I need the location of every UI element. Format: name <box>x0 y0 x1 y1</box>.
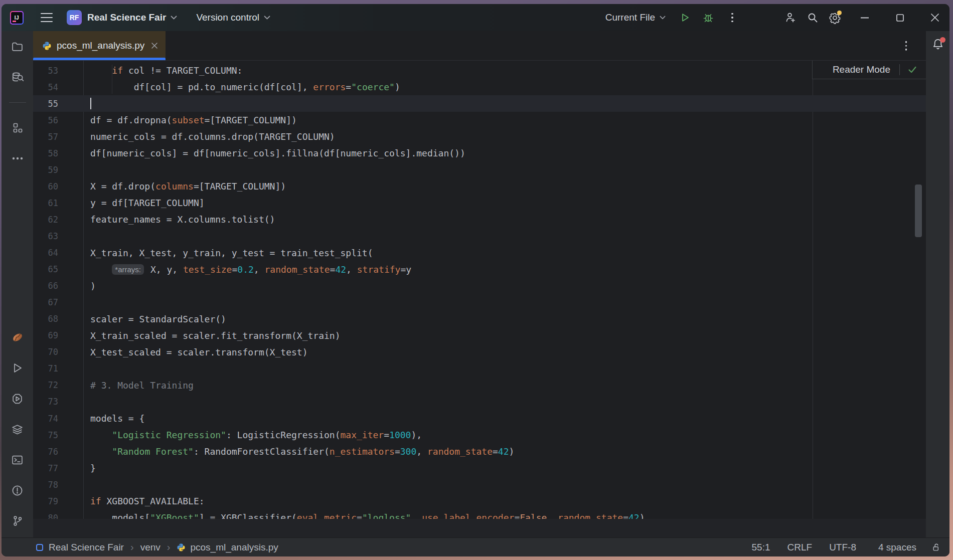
code-line[interactable]: 78 <box>33 476 926 493</box>
code-line[interactable]: 58df[numeric_cols] = df[numeric_cols].fi… <box>33 145 926 161</box>
code-line[interactable]: 60X = df.drop(columns=[TARGET_COLUMN]) <box>33 178 926 195</box>
code-text: if col != TARGET_COLUMN: <box>90 65 242 76</box>
structure-icon[interactable] <box>11 121 24 134</box>
code-line[interactable]: 67 <box>33 294 926 311</box>
code-with-me-button[interactable] <box>783 10 798 25</box>
code-text: X_train, X_test, y_train, y_test = train… <box>90 248 373 258</box>
coffee-bean-plugin-icon[interactable] <box>11 331 24 344</box>
code-rows: 53 if col != TARGET_COLUMN:54 df[col] = … <box>33 61 926 519</box>
line-number: 58 <box>33 148 58 158</box>
code-line[interactable]: 61y = df[TARGET_COLUMN] <box>33 195 926 211</box>
more-actions-button[interactable] <box>725 10 740 25</box>
line-number: 62 <box>33 215 58 225</box>
line-number: 65 <box>33 264 58 274</box>
breadcrumb-separator: › <box>167 541 171 553</box>
app-logo-icon[interactable]: IJ <box>10 11 24 25</box>
run-configuration-selector[interactable]: Current File <box>605 12 655 23</box>
python-packages-layers-icon[interactable] <box>11 423 24 436</box>
code-line[interactable]: 71 <box>33 360 926 377</box>
desktop: IJ RF Real Science Fair Version control … <box>0 0 953 560</box>
more-tool-windows-icon[interactable] <box>11 152 24 165</box>
code-line[interactable]: 73 <box>33 394 926 410</box>
line-number: 69 <box>33 330 58 340</box>
code-text: scaler = StandardScaler() <box>90 314 226 324</box>
problems-icon[interactable] <box>11 484 24 497</box>
settings-button[interactable] <box>827 10 842 25</box>
code-line[interactable]: 68scaler = StandardScaler() <box>33 311 926 327</box>
code-line[interactable]: 53 if col != TARGET_COLUMN: <box>33 62 926 79</box>
terminal-icon[interactable] <box>11 453 24 466</box>
unlocked-padlock-icon[interactable] <box>931 542 941 552</box>
line-number: 73 <box>33 397 58 407</box>
line-number: 57 <box>33 132 58 142</box>
run-tool-window-icon[interactable] <box>11 361 24 375</box>
notifications-bell-icon[interactable] <box>931 38 944 51</box>
project-badge[interactable]: RF <box>67 10 82 25</box>
project-selector[interactable]: Real Science Fair <box>87 12 166 23</box>
code-text: } <box>90 463 96 473</box>
ide-window: IJ RF Real Science Fair Version control … <box>2 4 949 556</box>
tab-pcos-ml-analysis[interactable]: pcos_ml_analysis.py <box>33 31 166 60</box>
inspections-ok-check-icon[interactable] <box>907 64 918 75</box>
tab-label: pcos_ml_analysis.py <box>57 40 144 51</box>
code-line[interactable]: 72# 3. Model Training <box>33 377 926 394</box>
minimize-button[interactable] <box>857 10 872 25</box>
code-line[interactable]: 80 models["XGBoost"] = XGBClassifier(eva… <box>33 509 926 519</box>
breadcrumb-venv[interactable]: venv <box>140 542 161 553</box>
code-line[interactable]: 79if XGBOOST_AVAILABLE: <box>33 493 926 509</box>
code-line[interactable]: 70X_test_scaled = scaler.transform(X_tes… <box>33 344 926 360</box>
code-line[interactable]: 59 <box>33 161 926 178</box>
vcs-menu[interactable]: Version control <box>196 12 259 23</box>
main-menu-button[interactable] <box>41 13 53 22</box>
indent-widget[interactable]: 4 spaces <box>878 542 916 553</box>
code-line[interactable]: 56df = df.dropna(subset=[TARGET_COLUMN]) <box>33 112 926 128</box>
left-tool-stripe <box>2 31 33 537</box>
code-line[interactable]: 64X_train, X_test, y_train, y_test = tra… <box>33 245 926 261</box>
search-everywhere-button[interactable] <box>805 10 820 25</box>
line-number: 59 <box>33 165 58 175</box>
caret-position-widget[interactable]: 55:1 <box>752 542 770 553</box>
line-separator-widget[interactable]: CRLF <box>787 542 813 553</box>
code-line[interactable]: 57numeric_cols = df.columns.drop(TARGET_… <box>33 128 926 145</box>
debug-button[interactable] <box>701 10 716 25</box>
code-line[interactable]: 63 <box>33 228 926 244</box>
services-icon[interactable] <box>11 392 24 405</box>
line-number: 77 <box>33 463 58 473</box>
code-editor[interactable]: 53 if col != TARGET_COLUMN:54 df[col] = … <box>33 61 926 519</box>
search-stack-icon[interactable] <box>11 71 24 84</box>
kebab-icon <box>731 13 733 23</box>
code-line[interactable]: 65 *arrays: X, y, test_size=0.2, random_… <box>33 261 926 278</box>
tab-options-button[interactable] <box>905 41 907 51</box>
encoding-widget[interactable]: UTF-8 <box>829 542 856 553</box>
line-number: 60 <box>33 181 58 192</box>
code-line[interactable]: 76 "Random Forest": RandomForestClassifi… <box>33 443 926 460</box>
line-number: 66 <box>33 281 58 291</box>
code-text: "Random Forest": RandomForestClassifier(… <box>90 446 514 457</box>
breadcrumb-project[interactable]: Real Science Fair <box>49 542 124 553</box>
code-line[interactable]: 75 "Logistic Regression": LogisticRegres… <box>33 427 926 443</box>
code-line[interactable]: 54 df[col] = pd.to_numeric(df[col], erro… <box>33 79 926 95</box>
code-text: ) <box>90 281 96 291</box>
code-text: numeric_cols = df.columns.drop(TARGET_CO… <box>90 131 335 142</box>
code-line[interactable]: 66) <box>33 278 926 294</box>
code-line[interactable]: 69X_train_scaled = scaler.fit_transform(… <box>33 327 926 344</box>
tab-close-icon[interactable] <box>151 43 157 49</box>
notification-badge-dot <box>940 37 945 43</box>
chevron-down-icon <box>171 16 177 20</box>
code-line[interactable]: 74models = { <box>33 410 926 427</box>
code-line[interactable]: 77} <box>33 460 926 476</box>
maximize-button[interactable] <box>892 10 907 25</box>
close-button[interactable] <box>927 10 942 25</box>
version-control-branch-icon[interactable] <box>11 514 24 527</box>
code-line[interactable]: 55 <box>33 95 926 112</box>
run-button[interactable] <box>678 10 693 25</box>
code-text: "Logistic Regression": LogisticRegressio… <box>90 430 422 440</box>
breadcrumb-file[interactable]: pcos_ml_analysis.py <box>190 542 278 553</box>
code-text: df[col] = pd.to_numeric(df[col], errors=… <box>90 82 400 92</box>
project-folder-icon[interactable] <box>11 40 24 53</box>
reader-mode-toggle[interactable]: Reader Mode <box>833 64 890 75</box>
line-number: 78 <box>33 480 58 490</box>
editor-scrollbar-thumb[interactable] <box>915 184 922 237</box>
code-line[interactable]: 62feature_names = X.columns.tolist() <box>33 211 926 228</box>
editor-zone: 53 if col != TARGET_COLUMN:54 df[col] = … <box>33 61 926 537</box>
